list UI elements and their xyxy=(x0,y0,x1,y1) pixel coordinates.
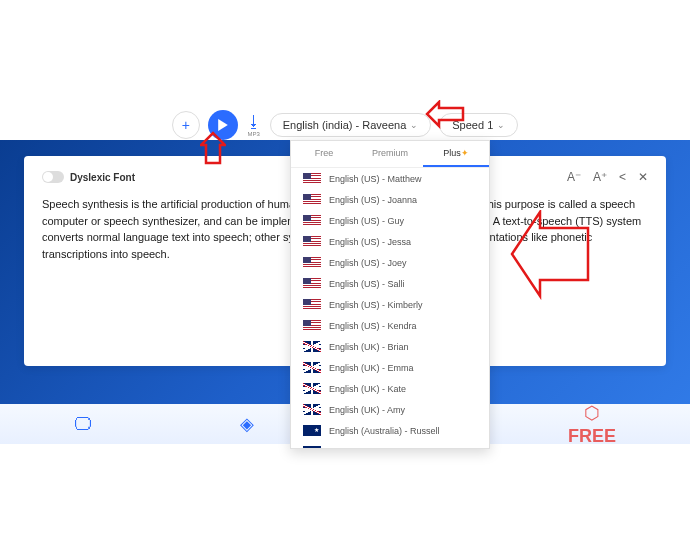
flag-icon-uk xyxy=(303,383,321,394)
play-icon xyxy=(217,119,229,131)
voice-item[interactable]: English (US) - Guy xyxy=(291,210,489,231)
voice-selector[interactable]: English (india) - Raveena ⌄ xyxy=(270,113,432,137)
flag-icon-au xyxy=(303,425,321,436)
voice-item-label: English (UK) - Brian xyxy=(329,342,409,352)
flag-icon-us xyxy=(303,320,321,331)
voice-list[interactable]: English (US) - MatthewEnglish (US) - Joa… xyxy=(291,168,489,448)
feature-free-label-2: FREE xyxy=(568,426,616,447)
voice-item[interactable]: English (UK) - Emma xyxy=(291,357,489,378)
dyslexic-label: Dyslexic Font xyxy=(70,172,135,183)
voice-item-label: English (UK) - Emma xyxy=(329,363,414,373)
font-decrease-button[interactable]: A⁻ xyxy=(567,170,581,184)
voice-item-label: English (US) - Kimberly xyxy=(329,300,423,310)
feature-premium[interactable]: ◈ xyxy=(240,413,254,435)
diamond-icon: ◈ xyxy=(240,413,254,435)
voice-item[interactable]: English (UK) - Brian xyxy=(291,336,489,357)
close-icon[interactable]: ✕ xyxy=(638,170,648,184)
flag-icon-us xyxy=(303,278,321,289)
chevron-down-icon: ⌄ xyxy=(497,120,505,130)
flag-icon-uk xyxy=(303,404,321,415)
flag-icon-uk xyxy=(303,341,321,352)
voice-item-label: English (UK) - Kate xyxy=(329,384,406,394)
flag-icon-au xyxy=(303,446,321,448)
download-button[interactable]: ⭳ MP3 xyxy=(246,113,262,137)
voice-item[interactable]: English (US) - Salli xyxy=(291,273,489,294)
dyslexic-toggle-row: Dyslexic Font xyxy=(42,171,135,183)
voice-item[interactable]: English (US) - Kimberly xyxy=(291,294,489,315)
voice-item-label: English (US) - Kendra xyxy=(329,321,417,331)
speed-selector[interactable]: Speed 1 ⌄ xyxy=(439,113,518,137)
download-label: MP3 xyxy=(248,131,260,137)
play-button[interactable] xyxy=(208,110,238,140)
monitor-icon: 🖵 xyxy=(74,414,92,435)
speed-label: Speed 1 xyxy=(452,119,493,131)
voice-selected-label: English (india) - Raveena xyxy=(283,119,407,131)
share-icon[interactable]: < xyxy=(619,170,626,184)
flag-icon-us xyxy=(303,215,321,226)
tab-plus[interactable]: Plus✦ xyxy=(423,141,489,167)
feature-package[interactable]: ⬡ FREE xyxy=(568,402,616,447)
tab-premium[interactable]: Premium xyxy=(357,141,423,167)
voice-item-label: English (UK) - Amy xyxy=(329,405,405,415)
voice-item[interactable]: English (Australia) - Nicole xyxy=(291,441,489,448)
voice-item-label: English (US) - Guy xyxy=(329,216,404,226)
voice-item[interactable]: English (US) - Kendra xyxy=(291,315,489,336)
voice-item-label: English (US) - Salli xyxy=(329,279,405,289)
flag-icon-us xyxy=(303,194,321,205)
chevron-down-icon: ⌄ xyxy=(410,120,418,130)
voice-item-label: English (US) - Joey xyxy=(329,258,407,268)
tab-free[interactable]: Free xyxy=(291,141,357,167)
main-toolbar: + ⭳ MP3 English (india) - Raveena ⌄ Spee… xyxy=(0,105,690,145)
flag-icon-us xyxy=(303,299,321,310)
voice-item[interactable]: English (UK) - Kate xyxy=(291,378,489,399)
tab-plus-label: Plus xyxy=(443,148,461,158)
voice-item-label: English (US) - Matthew xyxy=(329,174,422,184)
voice-item-label: English (US) - Jessa xyxy=(329,237,411,247)
voice-dropdown: Free Premium Plus✦ English (US) - Matthe… xyxy=(290,140,490,449)
flag-icon-us xyxy=(303,257,321,268)
package-icon: ⬡ xyxy=(584,402,600,424)
dyslexic-toggle[interactable] xyxy=(42,171,64,183)
voice-item[interactable]: English (US) - Joanna xyxy=(291,189,489,210)
download-icon: ⭳ xyxy=(246,113,262,131)
voice-item-label: English (Australia) - Nicole xyxy=(329,447,435,449)
feature-monitor[interactable]: 🖵 xyxy=(74,414,92,435)
flag-icon-uk xyxy=(303,362,321,373)
voice-item[interactable]: English (UK) - Amy xyxy=(291,399,489,420)
voice-item-label: English (US) - Joanna xyxy=(329,195,417,205)
flag-icon-us xyxy=(303,236,321,247)
voice-item[interactable]: English (US) - Matthew xyxy=(291,168,489,189)
flag-icon-us xyxy=(303,173,321,184)
voice-item[interactable]: English (US) - Jessa xyxy=(291,231,489,252)
voice-item[interactable]: English (US) - Joey xyxy=(291,252,489,273)
voice-item-label: English (Australia) - Russell xyxy=(329,426,440,436)
voice-item[interactable]: English (Australia) - Russell xyxy=(291,420,489,441)
font-increase-button[interactable]: A⁺ xyxy=(593,170,607,184)
add-button[interactable]: + xyxy=(172,111,200,139)
sparkle-icon: ✦ xyxy=(461,148,469,158)
